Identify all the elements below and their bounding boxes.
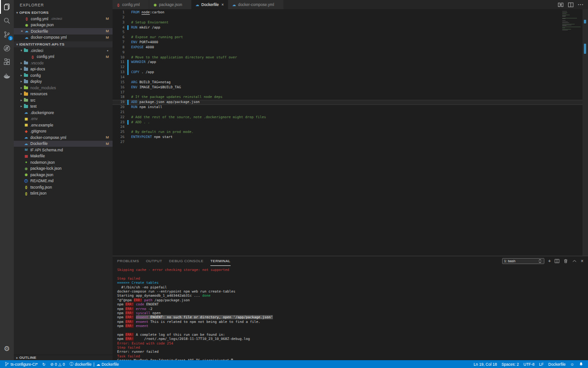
shell-select[interactable]: 1: bash bbox=[502, 258, 544, 264]
tab-docker-compose.yml[interactable]: ☁docker-compose.yml bbox=[228, 0, 283, 9]
tree-item-tsconfig.json[interactable]: {}tsconfig.json bbox=[14, 184, 113, 190]
tree-item-package.json[interactable]: ◉package.json bbox=[14, 172, 113, 178]
tree-item-api-docs[interactable]: ▸api-docs bbox=[14, 66, 113, 73]
tab-package.json[interactable]: ◉package.json bbox=[149, 0, 192, 9]
editor-line[interactable]: 18# If the package updates reinstall nod… bbox=[113, 95, 588, 100]
tree-item-package-lock.json[interactable]: ◉package-lock.json bbox=[14, 166, 113, 172]
editor-line[interactable]: 2 bbox=[113, 15, 588, 20]
tree-item-resources[interactable]: ▸resources bbox=[14, 91, 113, 98]
close-icon[interactable]: × bbox=[20, 29, 24, 33]
settings-gear-icon[interactable]: ⚙ bbox=[0, 343, 14, 355]
close-panel-icon[interactable]: × bbox=[581, 259, 583, 264]
tree-item-nodemon.json[interactable]: ●nodemon.json bbox=[14, 159, 113, 166]
workspace-header[interactable]: ▾ IDENTITYFRONT-API-TS bbox=[14, 41, 113, 47]
editor-line[interactable]: 12 bbox=[113, 65, 588, 70]
notifications-bell-icon[interactable] bbox=[577, 360, 585, 368]
line-number: 11 bbox=[113, 60, 124, 65]
editor-line[interactable]: 19ADD package.json app/package.json bbox=[113, 100, 588, 105]
tree-item-.circleci[interactable]: ▾.circleci● bbox=[14, 47, 113, 54]
kill-terminal-icon[interactable] bbox=[563, 259, 568, 264]
more-actions-icon[interactable]: ··· bbox=[578, 2, 584, 7]
tree-item-.env.example[interactable]: ▦.env.example bbox=[14, 122, 113, 128]
editor-line[interactable]: 14 bbox=[113, 75, 588, 80]
editor-line[interactable]: 15ARG BUILD_TAG=notag bbox=[113, 80, 588, 85]
source-control-icon[interactable]: 3 bbox=[0, 28, 14, 41]
open-editor-package.json[interactable]: ◉package.json bbox=[14, 22, 113, 29]
tree-item-config[interactable]: ▸config bbox=[14, 72, 113, 79]
tree-item-Makefile[interactable]: ▤Makefile bbox=[14, 153, 113, 160]
editor-line[interactable]: 25# By default run in prod mode. bbox=[113, 130, 588, 135]
maximize-panel-icon[interactable] bbox=[572, 259, 577, 264]
search-icon[interactable] bbox=[0, 14, 14, 28]
editor-line[interactable]: 4RUN mkdir /app bbox=[113, 25, 588, 30]
encoding[interactable]: UTF-8 bbox=[522, 360, 537, 368]
feedback-smiley-icon[interactable]: ☺ bbox=[568, 360, 576, 368]
editor-line[interactable]: 26ENTRYPOINT npm start bbox=[113, 135, 588, 140]
editor-line[interactable]: 24 bbox=[113, 125, 588, 130]
tree-item-IF API Schema.md[interactable]: MIF API Schema.md bbox=[14, 147, 113, 153]
tree-item-Dockerfile[interactable]: ☁DockerfileM bbox=[14, 141, 113, 147]
tree-item-node_modules[interactable]: ▸node_modules bbox=[14, 85, 113, 91]
tree-item-.dockerignore[interactable]: ☁.dockerignore bbox=[14, 109, 113, 116]
editor-line[interactable]: 17 bbox=[113, 90, 588, 95]
editor-line[interactable]: 20RUN npm install bbox=[113, 105, 588, 110]
outline-header[interactable]: ▸ OUTLINE bbox=[14, 355, 113, 360]
debug-icon[interactable] bbox=[0, 41, 14, 55]
editor-line[interactable]: 3# Setup Enviorment bbox=[113, 20, 588, 25]
editor-line[interactable]: 16ENV IMAGE_TAG=$BUILD_TAG bbox=[113, 85, 588, 90]
split-editor-icon[interactable] bbox=[568, 2, 574, 8]
problems-item[interactable]: ⊘ 0 △ 0 bbox=[48, 360, 67, 368]
panel-tab-problems[interactable]: PROBLEMS bbox=[117, 256, 139, 266]
tab-Dockerfile[interactable]: ☁Dockerfile× bbox=[192, 0, 228, 9]
split-terminal-icon[interactable] bbox=[554, 259, 560, 264]
editor-line[interactable]: 6# Expose our running port bbox=[113, 35, 588, 40]
eol[interactable]: LF bbox=[537, 360, 546, 368]
docker-extension-icon[interactable] bbox=[0, 69, 14, 83]
linter-status[interactable]: ⓘ dockerfile | ☁ Dockerfile bbox=[68, 360, 120, 368]
npm-icon: ◉ bbox=[153, 3, 157, 7]
editor-line[interactable]: 5 bbox=[113, 30, 588, 35]
panel-tab-debug-console[interactable]: DEBUG CONSOLE bbox=[169, 256, 204, 266]
editor-line[interactable]: 1FROM node:carbon bbox=[113, 10, 588, 15]
open-changes-icon[interactable] bbox=[558, 2, 564, 8]
minimap[interactable] bbox=[562, 11, 582, 31]
tree-item-docker-compose.yml[interactable]: ☁docker-compose.ymlM bbox=[14, 134, 113, 141]
tree-item-README.md[interactable]: ⓘREADME.md bbox=[14, 178, 113, 184]
editor-line[interactable]: 10# Move to the application directory mo… bbox=[113, 55, 588, 60]
terminal-output[interactable]: Skipping cache - error checking storage:… bbox=[113, 266, 588, 360]
tree-item-deploy[interactable]: ▸deploy bbox=[14, 79, 113, 85]
language-mode[interactable]: Dockerfile bbox=[547, 360, 568, 368]
tree-item-src[interactable]: ▸src bbox=[14, 97, 113, 104]
editor-line[interactable]: 13COPY . /app bbox=[113, 70, 588, 75]
editor-line[interactable]: 23# ADD . . bbox=[113, 120, 588, 125]
panel-tab-output[interactable]: OUTPUT bbox=[146, 256, 162, 266]
tab-config.yml[interactable]: {}config.yml bbox=[113, 0, 149, 9]
panel-tab-terminal[interactable]: TERMINAL bbox=[210, 256, 231, 266]
editor-line[interactable]: 9 bbox=[113, 50, 588, 55]
tree-item-tslint.json[interactable]: {}tslint.json bbox=[14, 190, 113, 197]
tree-item-test[interactable]: ▸test bbox=[14, 104, 113, 110]
open-editor-docker-compose.yml[interactable]: ☁docker-compose.ymlM bbox=[14, 34, 113, 41]
sync-icon[interactable]: ↻ bbox=[40, 360, 47, 368]
new-terminal-icon[interactable]: + bbox=[548, 259, 551, 264]
tree-item-.gitignore[interactable]: ◆.gitignore bbox=[14, 128, 113, 135]
cursor-position[interactable]: Ln 19, Col 18 bbox=[472, 360, 499, 368]
editor-line[interactable]: 21 bbox=[113, 110, 588, 115]
editor-line[interactable]: 8EXPOSE 4000 bbox=[113, 45, 588, 50]
editor-line[interactable]: 11WORKDIR /app bbox=[113, 60, 588, 65]
open-editor-config.yml[interactable]: {}config.yml.circleciM bbox=[14, 16, 113, 22]
explorer-icon[interactable] bbox=[0, 0, 14, 14]
open-editors-header[interactable]: ▾ OPEN EDITORS bbox=[14, 10, 113, 16]
editor-line[interactable]: 22# Add the rest of the source, note .do… bbox=[113, 115, 588, 120]
editor-line[interactable]: 7ENV PORT=4000 bbox=[113, 40, 588, 45]
tree-item-.env[interactable]: ▦.env bbox=[14, 116, 113, 122]
extensions-icon[interactable] bbox=[0, 55, 14, 69]
code-editor[interactable]: 1FROM node:carbon23# Setup Enviorment4RU… bbox=[113, 9, 588, 256]
tree-item-config.yml[interactable]: {}config.ymlM bbox=[14, 54, 113, 60]
editor-line[interactable]: 27 bbox=[113, 140, 588, 145]
git-branch-item[interactable]: ts-configure-CI* bbox=[3, 360, 40, 368]
close-icon[interactable]: × bbox=[220, 2, 225, 7]
open-editor-Dockerfile[interactable]: ×☁DockerfileM bbox=[14, 28, 113, 34]
tree-item-.vscode[interactable]: ▸.vscode bbox=[14, 60, 113, 66]
indentation[interactable]: Spaces: 2 bbox=[500, 360, 521, 368]
